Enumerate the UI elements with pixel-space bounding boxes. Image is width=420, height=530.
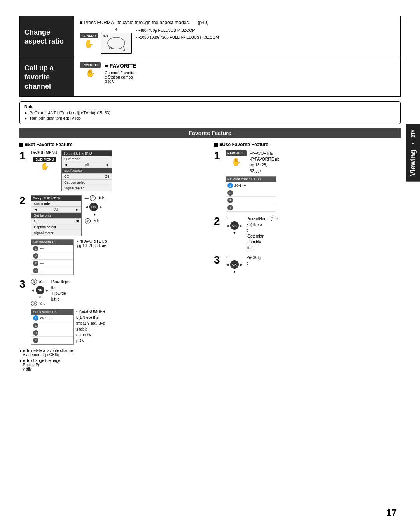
set-fav-item-2: 2 --- [32,252,74,260]
format-btn-group: FORMAT ✋ [80,33,98,49]
page-number: 17 [386,507,397,518]
step3-fav-3: 3 [32,329,74,337]
arrow-left: ◄ [85,205,89,209]
favorite-btn-group: FAVORITE ✋ [80,62,101,78]
step2-right: — ① ① b ◄ OK ► ▼ ② ② b [85,195,104,224]
step3-desc6: ② b [39,301,46,306]
note-bullet-1: ● [24,110,27,115]
hand-icon-format: ✋ [84,39,94,49]
step2-arrow2: ② ② b [85,218,104,224]
black-square-use [214,143,218,147]
delete-note-title: ● To delete a favorite channel [23,348,74,353]
page-note: ● ● To change the page Pg ttijv Pg y tti… [19,359,206,371]
use-step-num-2: 2 [214,216,223,227]
delete-note: ● ● To delete a favorite channel A ademo… [19,348,206,357]
use-step-num-3: 3 [214,255,223,266]
set-step-1: 1 DisSUB MENU. SUB MENU ✋ Setup SUB MENU [19,150,206,191]
menu2-setfav: Set favorite [32,213,81,219]
use-step3-inner: b ◄ OK ► ▼ PeOKjtij b [226,255,401,274]
format-button: FORMAT [80,33,98,38]
step3-fav-area: Set favorite 1/3 1 26-1 --- 2 3 [31,309,206,345]
use-step2-inner: b ◄ OK ► ▼ Pexz ctNombt(1-9 eb) thpto b … [226,216,401,251]
change-aspect-content: ■ Press FORMAT to cycle through the aspe… [74,16,400,58]
tv-diagram-area: ←4→ 4·3 [101,28,132,54]
step3-fav-2: 2 [32,322,74,329]
fav-ch-item-1: 1 26-1 --- [226,182,276,189]
arrow-down-2: ▼ [85,213,104,217]
favorite-feature-header: Favorite Feature [19,128,401,138]
use-step2-b: b [226,216,243,220]
step2-desc1: ① b [98,196,104,200]
use-step2-text: Pexz ctNombt(1-9 eb) thpto b •Sgtembtn t… [247,216,278,251]
format-btn-area: FORMAT ✋ ←4→ 4·3 [80,28,132,54]
use-step3-ok: b ◄ OK ► ▼ [226,255,243,274]
fav-ch-item-4: 4 [226,204,276,212]
note-title: Note [24,104,396,109]
use-step-1-content: FAVORITE ✋ PrFAVORITE. •PrFAVORITE μb pg… [226,150,401,212]
step3-fav-4: 4 [32,337,74,344]
set-step-3: 3 ① ① b ◄ OK ► ▼ [19,279,206,345]
step3-ok: ◄ OK ► [31,286,49,294]
top-section: Change aspect ratio ■ Press FORMAT to cy… [19,16,401,97]
step1-menu-panel: Setup SUB MENU Surf mode ◄All► Set favor… [61,150,112,191]
menu2-all: ◄All► [32,207,81,213]
set-step-2-content: Setup SUB MENU Surf mode ◄All► Set favor… [31,195,206,275]
note-text-1: ReCloAbirANT hfPgn la ddjtteTV da(p15, 3… [29,110,110,115]
fav-ch-item-2: 2 [226,189,276,197]
set-step-2: 2 Setup SUB MENU Surf mode ◄All► Set fav… [19,195,206,275]
use-favorite-title: ■Use Favorite Feature [219,142,268,147]
note-item-1: ● ReCloAbirANT hfPgn la ddjtteTV da(p15,… [24,110,396,115]
note-section: Note ● ReCloAbirANT hfPgn la ddjtteTV da… [19,101,401,124]
fav-channels-list: Favorite channels 1/3 1 26-1 --- 2 3 4 [226,176,276,212]
set-step-1-content: DisSUB MENU. SUB MENU ✋ Setup SUB MENU S… [31,150,206,191]
press-format-text: ■ Press FORMAT to cycle through the aspe… [80,20,190,25]
right-tab-label: Viewing [409,150,417,176]
use-step-1: 1 FAVORITE ✋ PrFAVORITE. •PrFAVORITE μb … [214,150,401,212]
step2-arrow1: — ① ① b [85,195,104,201]
use-ok-3: ◄ OK ► [226,260,243,269]
set-step-3-content: ① ① b ◄ OK ► ▼ ② ② b [31,279,206,345]
step2-bullet-area: •PrFAVORITE μb pg 13, 28, 33, де [77,239,107,248]
circle-2: ② [85,218,91,224]
menu-title-1: Setup SUB MENU [62,151,112,156]
step1-left: DisSUB MENU. SUB MENU ✋ [31,150,58,171]
tv-inner-wrapper: 3 [107,36,126,51]
page-note-desc: Pg ttijv Pg [23,363,61,367]
menu-item-cc: CCOff [62,174,112,180]
step3-desc1: ① b [39,280,46,284]
arrow-indicator: ←4→ [110,28,122,32]
hand-step1: ✋ [40,162,49,171]
menu-item-signal: Signal meter [62,185,112,191]
format-row: FORMAT ✋ ←4→ 4·3 [80,28,395,54]
menu-item-all: ◄All► [62,162,112,168]
use-step-2: 2 b ◄ OK ► ▼ Pexz ctNombt(1-9 eb [214,216,401,251]
set-step-num-2: 2 [19,195,29,206]
set-fav-list: Set favorite 1/3 1 --- 2 --- 3 --- [31,239,74,275]
circle-1: ① [90,195,96,201]
set-fav-item-1: 1 --- [32,245,74,252]
use-step2-ok: b ◄ OK ► ▼ [226,216,243,235]
tv-num-3: 3 [123,48,125,52]
note-bullet-2: ● [24,116,27,121]
set-step-num-1: 1 [19,150,29,161]
step3-circle2: ② ② b [31,301,49,306]
step3-fav-header: Set favorite 1/3 [32,309,74,315]
black-square-set [19,143,23,147]
favorite-button: FAVORITE [80,62,101,68]
set-step-num-3: 3 [19,279,29,290]
use-favorite-subtitle: ■Use Favorite Feature [214,142,401,147]
use-step1-inner: FAVORITE ✋ PrFAVORITE. •PrFAVORITE μb pg… [226,150,401,174]
fav-ch-item-3: 3 [226,197,276,204]
menu-item-surf: Surf mode [62,156,112,162]
delete-note-desc: A ademon ttijj cOKttijj [23,353,74,357]
arrow-right: ► [99,205,103,209]
menu2-cc: CCOff [32,219,81,224]
step2-fav-area: Set favorite 1/3 1 --- 2 --- 3 --- [31,239,206,275]
step3-top: ① ① b ◄ OK ► ▼ ② ② b [31,279,206,306]
format-right: •480i 480p FULL/JUST4:3ZOOM •1080i1080i … [136,28,219,42]
menu-item-setfav: Set favorite [62,168,112,174]
step3-fav-list: Set favorite 1/3 1 26-1 --- 2 3 [31,309,74,345]
sub-btn: SUB MENU [33,157,56,162]
circle-3b: ② [31,301,37,306]
right-tab-viewing: Viewing ● ΒΤV [406,124,420,182]
